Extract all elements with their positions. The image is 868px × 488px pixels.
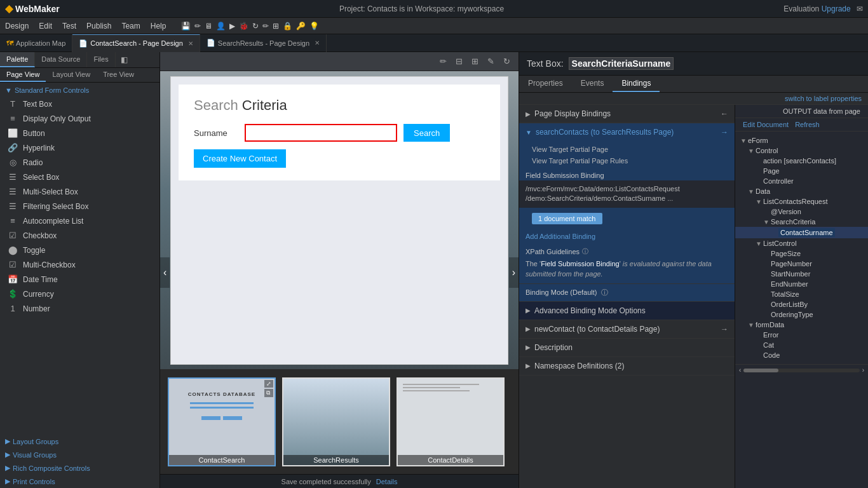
lock-icon[interactable]: 🔒 <box>283 22 292 30</box>
scroll-right-btn[interactable]: › <box>862 367 864 374</box>
tree-orderingtype[interactable]: OrderingType <box>735 309 868 320</box>
palette-footer-visualgroups[interactable]: ▶ Visual Groups <box>0 448 159 461</box>
palette-tab-files[interactable]: Files <box>87 52 115 67</box>
upgrade-link[interactable]: Upgrade <box>822 4 851 13</box>
palette-icon-btn[interactable]: ◧ <box>116 52 133 67</box>
palette-footer-richcomposite[interactable]: ▶ Rich Composite Controls <box>0 461 159 475</box>
view-tab-layout[interactable]: Layout View <box>46 68 97 82</box>
draw-icon[interactable]: ✏ <box>262 22 269 30</box>
tree-controller[interactable]: Controller <box>735 176 868 186</box>
page-design-area[interactable]: Search Criteria Surname Search Create Ne… <box>170 76 508 365</box>
tree-endnumber[interactable]: EndNumber <box>735 279 868 289</box>
tree-formdata[interactable]: ▼ formData <box>735 320 868 330</box>
status-details-link[interactable]: Details <box>376 478 398 485</box>
palette-item-checkbox[interactable]: ☑ Checkbox <box>0 228 159 243</box>
tree-startnumber[interactable]: StartNumber <box>735 269 868 279</box>
palette-footer-layoutgroups[interactable]: ▶ Layout Groups <box>0 435 159 448</box>
tree-listcontactsrequest[interactable]: ▼ ListContactsRequest <box>735 196 868 207</box>
thumb-contactdetails[interactable]: ContactDetails <box>397 377 505 466</box>
tab-contactsearch[interactable]: 📄 ContactSearch - Page Design ✕ <box>72 34 200 52</box>
switch-label-link[interactable]: switch to label properties <box>785 95 862 102</box>
advanced-section[interactable]: ▶ Advanced Binding Mode Options <box>519 301 735 320</box>
palette-item-multicheckbox[interactable]: ☑ Multi-Checkbox <box>0 257 159 272</box>
thumb-overlap-icon[interactable]: ⧉ <box>264 389 273 397</box>
palette-item-currency[interactable]: 💲 Currency <box>0 287 159 301</box>
tree-code[interactable]: Code <box>735 350 868 360</box>
palette-item-autocompletelist[interactable]: ≡ Autocomplete List <box>0 214 159 228</box>
palette-item-radio[interactable]: ◎ Radio <box>0 155 159 170</box>
scroll-left-btn[interactable]: ‹ <box>739 367 741 374</box>
tree-action[interactable]: action [searchContacts] <box>735 156 868 166</box>
palette-item-number[interactable]: 1 Number <box>0 301 159 316</box>
tab-appmap[interactable]: 🗺 Application Map <box>0 34 72 52</box>
view-target-partial[interactable]: View Target Partial Page <box>532 144 728 155</box>
menu-publish[interactable]: Publish <box>86 22 111 30</box>
canvas-tool-grid[interactable]: ⊟ <box>452 55 466 67</box>
tree-pagesize[interactable]: PageSize <box>735 248 868 259</box>
bulb-icon[interactable]: 💡 <box>309 22 319 30</box>
palette-item-multiselectbox[interactable]: ☰ Multi-Select Box <box>0 184 159 199</box>
tab-searchresults[interactable]: 📄 SearchResults - Page Design ✕ <box>200 34 327 52</box>
surname-input[interactable] <box>245 124 397 142</box>
menu-edit[interactable]: Edit <box>39 22 52 30</box>
monitor-icon[interactable]: 🖥 <box>205 22 212 30</box>
refresh-btn[interactable]: Refresh <box>795 121 820 128</box>
tab-contactsearch-close[interactable]: ✕ <box>188 40 193 47</box>
tree-orderlistby[interactable]: OrderListBy <box>735 299 868 309</box>
refresh-icon[interactable]: ↻ <box>252 22 259 30</box>
search-button[interactable]: Search <box>403 124 450 142</box>
binding-mode-info-icon[interactable]: ⓘ <box>601 288 608 297</box>
canvas-next-arrow[interactable]: › <box>509 257 519 288</box>
tree-searchcriteria[interactable]: ▼ SearchCriteria <box>735 217 868 227</box>
palette-section-standard[interactable]: ▼ Standard Form Controls <box>0 83 159 97</box>
bug-icon[interactable]: 🐞 <box>239 22 248 30</box>
menu-test[interactable]: Test <box>62 22 76 30</box>
user-icon[interactable]: 👤 <box>216 22 226 30</box>
xpath-info-icon[interactable]: ⓘ <box>582 247 588 256</box>
right-tab-events[interactable]: Events <box>572 76 613 92</box>
tree-cat[interactable]: Cat <box>735 340 868 350</box>
save-icon[interactable]: 💾 <box>181 22 191 30</box>
palette-item-hyperlink[interactable]: 🔗 Hyperlink <box>0 140 159 155</box>
tree-eform[interactable]: ▼ eForm <box>735 135 868 146</box>
view-tab-tree[interactable]: Tree View <box>97 68 140 82</box>
binding-description-header[interactable]: ▶ Description <box>519 339 735 356</box>
grid-icon[interactable]: ⊞ <box>273 22 279 30</box>
palette-footer-printcontrols[interactable]: ▶ Print Controls <box>0 475 159 488</box>
canvas-prev-arrow[interactable]: ‹ <box>160 257 170 288</box>
canvas-tool-pencil[interactable]: ✎ <box>484 55 498 67</box>
tree-version[interactable]: @Version <box>735 207 868 217</box>
palette-item-selectbox[interactable]: ☰ Select Box <box>0 170 159 184</box>
palette-item-toggle[interactable]: ⬤ Toggle <box>0 243 159 257</box>
tree-contactsurname[interactable]: ContactSurname <box>735 227 868 238</box>
binding-newcontact-header[interactable]: ▶ newContact (to ContactDetails Page) → <box>519 320 735 338</box>
play-icon[interactable]: ▶ <box>229 22 235 30</box>
palette-item-datetime[interactable]: 📅 Date Time <box>0 272 159 287</box>
view-tab-page[interactable]: Page View <box>0 68 46 82</box>
key-icon[interactable]: 🔑 <box>296 22 306 30</box>
edit-document-btn[interactable]: Edit Document <box>743 121 789 128</box>
binding-page-display-header[interactable]: ▶ Page Display Bindings ← <box>519 105 735 123</box>
palette-tab-datasource[interactable]: Data Source <box>35 52 87 67</box>
menu-team[interactable]: Team <box>121 22 140 30</box>
palette-item-button[interactable]: ⬜ Button <box>0 126 159 140</box>
palette-tab-palette[interactable]: Palette <box>0 52 35 67</box>
add-binding-link[interactable]: Add Additional Binding <box>519 229 735 243</box>
thumb-resize-icon[interactable]: ⤢ <box>264 380 273 388</box>
menu-help[interactable]: Help <box>151 22 166 30</box>
binding-namespace-header[interactable]: ▶ Namespace Definitions (2) <box>519 357 735 375</box>
canvas-tool-edit[interactable]: ✏ <box>437 55 450 67</box>
thumb-contactsearch[interactable]: CONTACTS DATABASE ⤢ ⧉ Cont <box>168 377 276 466</box>
menu-design[interactable]: Design <box>5 22 29 30</box>
binding-searchcontacts-header[interactable]: ▼ searchContacts (to SearchResults Page)… <box>519 123 735 141</box>
expand-icon[interactable]: ... <box>667 194 673 202</box>
tree-page[interactable]: Page <box>735 166 868 176</box>
tree-totalsize[interactable]: TotalSize <box>735 289 868 299</box>
tab-searchresults-close[interactable]: ✕ <box>315 39 320 46</box>
create-contact-button[interactable]: Create New Contact <box>194 149 286 168</box>
tree-data[interactable]: ▼ Data <box>735 186 868 196</box>
right-tab-bindings[interactable]: Bindings <box>613 76 660 92</box>
tree-listcontrol[interactable]: ▼ ListControl <box>735 238 868 248</box>
right-tab-properties[interactable]: Properties <box>519 76 572 92</box>
palette-item-filteringselectbox[interactable]: ☰ Filtering Select Box <box>0 199 159 214</box>
